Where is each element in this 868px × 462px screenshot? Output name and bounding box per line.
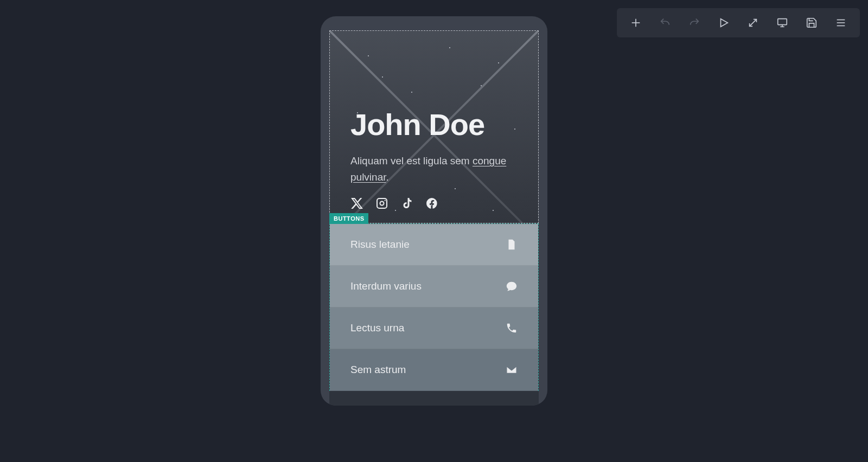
play-icon <box>718 17 730 29</box>
file-icon <box>506 239 518 251</box>
expand-icon <box>747 17 759 29</box>
list-button-1[interactable]: Interdum varius <box>330 266 538 307</box>
save-icon <box>806 17 818 29</box>
list-button-3[interactable]: Sem astrum <box>330 349 538 391</box>
facebook-icon[interactable] <box>425 197 438 210</box>
play-button[interactable] <box>710 11 737 34</box>
social-row <box>350 197 518 210</box>
svg-marker-2 <box>721 19 728 27</box>
plus-icon <box>630 17 642 29</box>
svg-rect-4 <box>778 19 787 25</box>
list-button-label: Interdum varius <box>350 280 422 292</box>
tiktok-icon[interactable] <box>400 197 413 210</box>
instagram-icon[interactable] <box>375 197 388 210</box>
menu-icon <box>835 17 847 29</box>
svg-line-3 <box>750 20 757 27</box>
chat-icon <box>506 280 518 292</box>
subtitle-suffix: . <box>386 171 389 183</box>
mail-icon <box>506 364 518 376</box>
subtitle-text: Aliquam vel est ligula sem <box>350 155 473 166</box>
menu-button[interactable] <box>827 11 854 34</box>
device-frame: John Doe Aliquam vel est ligula sem cong… <box>321 16 547 406</box>
device-screen: John Doe Aliquam vel est ligula sem cong… <box>329 30 539 406</box>
list-button-2[interactable]: Lectus urna <box>330 307 538 349</box>
add-button[interactable] <box>622 11 649 34</box>
expand-button[interactable] <box>739 11 767 34</box>
list-button-label: Risus letanie <box>350 239 410 251</box>
redo-icon <box>688 17 700 29</box>
buttons-section[interactable]: BUTTONS Risus letanie Interdum varius Le… <box>329 223 539 391</box>
profile-subtitle[interactable]: Aliquam vel est ligula sem congue pulvin… <box>350 153 518 185</box>
save-button[interactable] <box>798 11 825 34</box>
preview-desktop-button[interactable] <box>769 11 796 34</box>
desktop-icon <box>776 17 788 29</box>
banner-section[interactable]: John Doe Aliquam vel est ligula sem cong… <box>329 30 539 223</box>
redo-button[interactable] <box>681 11 708 34</box>
profile-title[interactable]: John Doe <box>350 109 518 141</box>
phone-icon <box>506 322 518 334</box>
list-button-0[interactable]: Risus letanie <box>330 224 538 266</box>
undo-button[interactable] <box>652 11 679 34</box>
list-button-label: Sem astrum <box>350 364 406 376</box>
banner-content: John Doe Aliquam vel est ligula sem cong… <box>330 109 538 223</box>
section-label: BUTTONS <box>329 213 368 224</box>
undo-icon <box>659 17 671 29</box>
x-icon[interactable] <box>350 197 363 210</box>
list-button-label: Lectus urna <box>350 322 404 334</box>
editor-toolbar <box>617 8 860 37</box>
